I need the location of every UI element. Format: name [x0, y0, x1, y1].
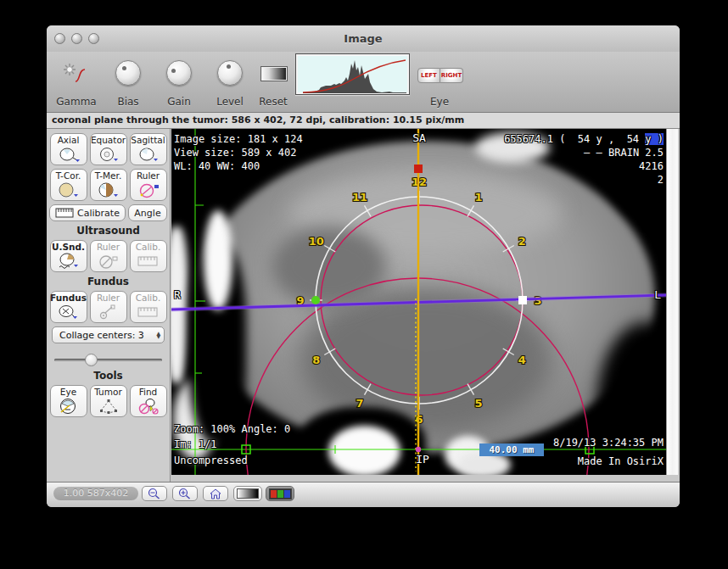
level-knob[interactable]: [217, 60, 243, 86]
t-cor-button[interactable]: T-Cor.: [50, 169, 87, 201]
eye-left-button[interactable]: LEFT: [417, 68, 440, 83]
collage-slider[interactable]: [54, 354, 162, 366]
equator-button[interactable]: Equator: [90, 133, 127, 165]
overlay-image-size: Image size: 181 x 124: [174, 132, 303, 146]
zoom-out-icon: [147, 488, 162, 499]
t-mer-icon: [97, 181, 120, 198]
eye-label: Eye: [430, 96, 449, 108]
histogram-plot: [298, 56, 409, 94]
ruler-icon: [137, 181, 160, 198]
bias-knob[interactable]: [115, 60, 141, 86]
clock-number: 8: [312, 354, 320, 366]
gain-label: Gain: [167, 96, 191, 108]
clock-tick: [324, 349, 335, 355]
tools-header: Tools: [47, 370, 170, 382]
overlay-compression: Uncompressed: [174, 454, 248, 467]
eye-tool-icon: [58, 398, 80, 415]
tool-sidebar: Axial Equator Sagittal: [47, 129, 171, 482]
clock-number: 1: [474, 191, 482, 204]
overlay-zoom-angle: Zoom: 100% Angle: 0: [174, 422, 290, 436]
title-bar[interactable]: Image: [47, 25, 680, 52]
orientation-label-inferior: IP: [406, 453, 440, 466]
scale-measurement-label[interactable]: 40.00 mm: [479, 443, 544, 456]
usnd-icon: [57, 253, 81, 270]
level-label: Level: [216, 96, 244, 108]
clock-number: 10: [309, 235, 324, 248]
overlay-made-in: Made In OsiriX: [578, 455, 664, 468]
calibrate-ruler-icon: [55, 208, 74, 218]
slider-track[interactable]: [54, 359, 162, 361]
vertical-scrollbar[interactable]: [666, 129, 678, 475]
overlay-series-number: 4216: [639, 159, 664, 173]
zoom-in-icon: [177, 488, 193, 499]
eye-tool-button[interactable]: Eye: [50, 385, 87, 417]
angle-button[interactable]: Angle: [128, 204, 167, 221]
t-mer-button[interactable]: T-Mer.: [90, 169, 127, 201]
clock-number: 4: [518, 354, 526, 366]
eye-side-selector: LEFT RIGHT: [417, 68, 463, 83]
clock-number: 5: [474, 397, 482, 410]
axial-icon: [57, 146, 81, 163]
orientation-label-superior: SA: [402, 131, 436, 145]
red-square-handle[interactable]: [414, 165, 423, 173]
ultrasound-calib-icon: [137, 253, 160, 270]
dicom-image-view[interactable]: 123456789101112 Image size: 181 x 124 Vi…: [171, 129, 666, 475]
clock-number: 7: [356, 397, 363, 410]
grayscale-icon: [237, 488, 259, 499]
fundus-header: Fundus: [47, 276, 170, 287]
histogram-panel[interactable]: [295, 53, 410, 95]
toolbar: Gamma Bias Gain Level Reset LEFT RIGHT E…: [47, 52, 680, 113]
calibrate-button[interactable]: Calibrate: [49, 204, 126, 221]
reset-label: Reset: [259, 96, 288, 108]
zoom-size-indicator: 1.00 587x402: [53, 487, 138, 500]
histogram-bars: [303, 60, 406, 93]
bias-label: Bias: [117, 96, 138, 108]
window-title: Image: [47, 25, 680, 52]
gamma-icon[interactable]: [61, 61, 92, 85]
overlay-datetime: 8/19/13 3:24:35 PM: [553, 436, 664, 449]
fundus-calib-icon: [137, 304, 160, 321]
grayscale-clut-button[interactable]: [233, 486, 262, 501]
slider-thumb[interactable]: [85, 354, 98, 366]
sagittal-button[interactable]: Sagittal: [130, 133, 167, 165]
fundus-button[interactable]: Fundus: [50, 291, 87, 323]
home-icon: [210, 488, 221, 499]
clock-tick: [468, 205, 474, 216]
actual-size-button[interactable]: [203, 486, 228, 501]
zoom-out-button[interactable]: [142, 486, 167, 501]
ruler-button[interactable]: Ruler: [130, 169, 167, 201]
collage-stepper[interactable]: ▲▼: [156, 332, 160, 338]
usnd-button[interactable]: U.Snd.: [50, 240, 87, 272]
tumor-tool-button[interactable]: Tumor: [90, 385, 127, 417]
zoom-in-button[interactable]: [172, 486, 198, 501]
ultrasound-ruler-icon: [97, 253, 120, 270]
sagittal-icon: [137, 146, 160, 163]
gain-knob[interactable]: [166, 60, 192, 86]
fundus-calib-button: Calib.: [130, 291, 167, 323]
gamma-label: Gamma: [56, 96, 96, 108]
tumor-tool-icon: [98, 398, 120, 415]
orientation-label-left: L: [654, 288, 661, 302]
clock-tick: [324, 246, 335, 253]
overlay-window-level: WL: 40 WW: 400: [174, 159, 260, 173]
find-tool-icon: [137, 398, 160, 415]
ultrasound-header: Ultrasound: [47, 225, 170, 237]
clock-number: 11: [352, 191, 367, 204]
clock-number: 2: [518, 235, 526, 248]
clock-tick: [365, 205, 372, 216]
status-bar: coronal plane through the tumor: 586 x 4…: [47, 113, 680, 129]
axial-button[interactable]: Axial: [50, 133, 87, 165]
find-tool-button[interactable]: Find: [130, 385, 167, 417]
green-dot-handle[interactable]: [311, 296, 320, 304]
eye-right-button[interactable]: RIGHT: [440, 68, 463, 83]
rgb-icon: [269, 488, 292, 499]
fundus-ruler-icon: [97, 304, 120, 321]
status-text: coronal plane through the tumor: 586 x 4…: [47, 113, 680, 128]
reset-gradient-button[interactable]: [260, 66, 288, 81]
white-square-handle[interactable]: [518, 296, 527, 304]
color-clut-button[interactable]: [266, 486, 294, 501]
collage-centers-dropdown[interactable]: Collage centers: 3 ▲▼: [52, 326, 165, 343]
bottom-bar: 1.00 587x402: [47, 482, 680, 507]
magenta-center-dot[interactable]: [416, 447, 421, 452]
ultrasound-calib-button: Calib.: [130, 240, 167, 272]
